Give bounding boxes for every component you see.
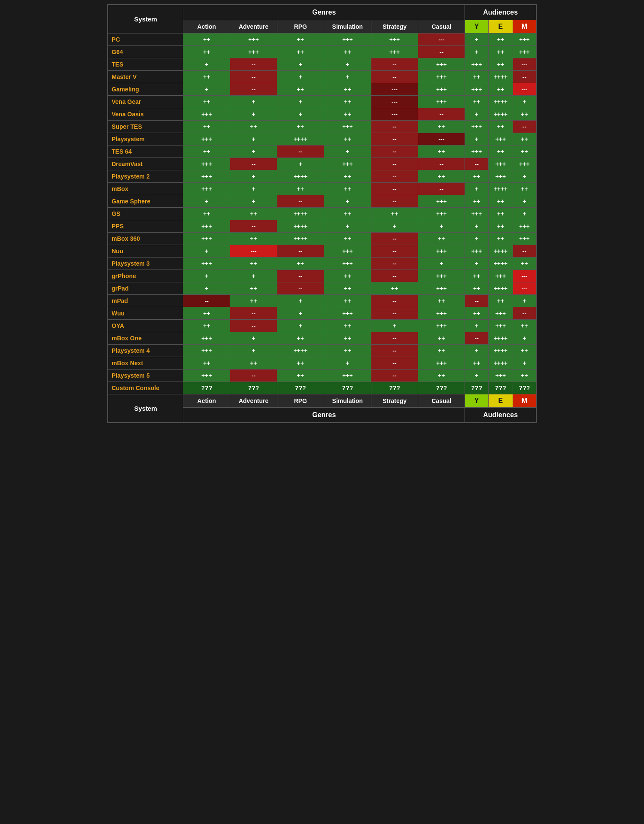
audience-cell: --- — [513, 83, 536, 96]
genre-cell: ++ — [324, 46, 371, 58]
system-name-gameling: Gameling — [108, 83, 183, 96]
genre-cell: +++ — [418, 58, 465, 71]
genre-cell: -- — [371, 245, 418, 258]
audience-cell: +++ — [513, 220, 536, 233]
audience-cell: ++ — [513, 345, 536, 357]
genre-cell: -- — [230, 307, 277, 320]
genre-cell: -- — [371, 71, 418, 83]
genre-cell: ++ — [324, 282, 371, 295]
audience-cell: + — [513, 96, 536, 108]
genre-cell: -- — [371, 370, 418, 382]
genre-cell: ++ — [418, 233, 465, 245]
genres-header: Genres — [183, 5, 465, 20]
audience-cell: -- — [513, 245, 536, 258]
table-row: Vena Oasis+++++++-----+++++++ — [108, 108, 536, 121]
audience-cell: ++++ — [488, 108, 513, 121]
genre-cell: ++ — [418, 121, 465, 133]
system-name-mpad: mPad — [108, 295, 183, 307]
genre-cell: ++ — [230, 208, 277, 220]
genre-cell: ++ — [324, 183, 371, 195]
genre-cell: + — [183, 195, 230, 208]
table-row: Gameling+--++++---++++++++--- — [108, 83, 536, 96]
genre-cell: +++ — [183, 370, 230, 382]
genre-cell: ++ — [324, 233, 371, 245]
genre-cell: ++ — [230, 233, 277, 245]
genre-cell: ++ — [418, 332, 465, 345]
table-row: Playsystem 2++++++++++--++++++++ — [108, 170, 536, 183]
audience-cell: + — [513, 295, 536, 307]
genre-cell: + — [183, 58, 230, 71]
audience-cell: ++ — [488, 195, 513, 208]
genre-cell: ++++ — [277, 233, 324, 245]
genre-cell: + — [371, 220, 418, 233]
bottom-genre-header-adventure: Adventure — [230, 394, 277, 408]
system-name-grpad: grPad — [108, 282, 183, 295]
genre-cell: ++ — [277, 121, 324, 133]
audience-cell: +++ — [488, 370, 513, 382]
genre-cell: ++ — [277, 33, 324, 46]
genre-cell: -- — [371, 295, 418, 307]
genre-cell: +++ — [418, 320, 465, 332]
audience-cell: ++++ — [488, 357, 513, 370]
system-name-nuu: Nuu — [108, 245, 183, 258]
genre-cell: + — [230, 96, 277, 108]
genre-cell: ++ — [418, 295, 465, 307]
genre-cell: + — [324, 357, 371, 370]
audience-cell: -- — [465, 332, 489, 345]
table-row: mPad--+++++--++--+++ — [108, 295, 536, 307]
genre-cell: -- — [277, 145, 324, 158]
genre-cell: ++ — [324, 96, 371, 108]
audience-cell: ++ — [488, 121, 513, 133]
genre-cell: + — [418, 220, 465, 233]
audience-cell: --- — [513, 58, 536, 71]
audience-cell: + — [465, 183, 489, 195]
audience-cell: + — [465, 370, 489, 382]
audience-cell: -- — [513, 307, 536, 320]
bottom-audiences-label: Audiences — [465, 408, 536, 423]
audience-cell: ++ — [488, 208, 513, 220]
genre-cell: -- — [183, 295, 230, 307]
system-name-vena-gear: Vena Gear — [108, 96, 183, 108]
system-header-bottom: System — [108, 394, 183, 423]
genre-cell: +++ — [371, 46, 418, 58]
system-name-pc: PC — [108, 33, 183, 46]
genre-cell: ++ — [183, 46, 230, 58]
genre-cell: -- — [277, 195, 324, 208]
genre-header-action: Action — [183, 20, 230, 33]
table-row: mBox 360+++++++++++--++++++++ — [108, 233, 536, 245]
genre-cell: + — [183, 270, 230, 282]
genre-cell: -- — [371, 357, 418, 370]
audience-cell: -- — [465, 158, 489, 170]
genre-cell: +++ — [230, 33, 277, 46]
genre-header-casual: Casual — [418, 20, 465, 33]
genre-cell: +++ — [183, 258, 230, 270]
audience-cell: +++ — [465, 121, 489, 133]
audience-cell: +++ — [465, 83, 489, 96]
genre-cell: ++ — [230, 282, 277, 295]
genre-cell: + — [183, 245, 230, 258]
audience-cell: +++ — [488, 170, 513, 183]
genre-cell: -- — [371, 58, 418, 71]
genre-cell: ++ — [277, 332, 324, 345]
table-row: PPS+++--+++++++++++++ — [108, 220, 536, 233]
audience-header-m: M — [513, 20, 536, 33]
genre-cell: ++ — [418, 170, 465, 183]
genre-cell: -- — [371, 133, 418, 145]
system-name-grphone: grPhone — [108, 270, 183, 282]
audience-cell: +++ — [488, 158, 513, 170]
audience-cell: + — [513, 170, 536, 183]
genre-header-adventure: Adventure — [230, 20, 277, 33]
genre-cell: -- — [230, 83, 277, 96]
genre-cell: + — [277, 71, 324, 83]
genre-cell: + — [324, 195, 371, 208]
audience-cell: ++++ — [488, 258, 513, 270]
audience-cell: +++ — [465, 208, 489, 220]
audience-cell: ++ — [465, 195, 489, 208]
audience-cell: + — [465, 258, 489, 270]
genre-cell: --- — [371, 108, 418, 121]
genre-cell: ++ — [230, 258, 277, 270]
genre-cell: + — [277, 307, 324, 320]
genre-cell: +++ — [418, 282, 465, 295]
genre-cell: -- — [371, 121, 418, 133]
table-row: Playsystem 5+++--+++++--++++++++ — [108, 370, 536, 382]
